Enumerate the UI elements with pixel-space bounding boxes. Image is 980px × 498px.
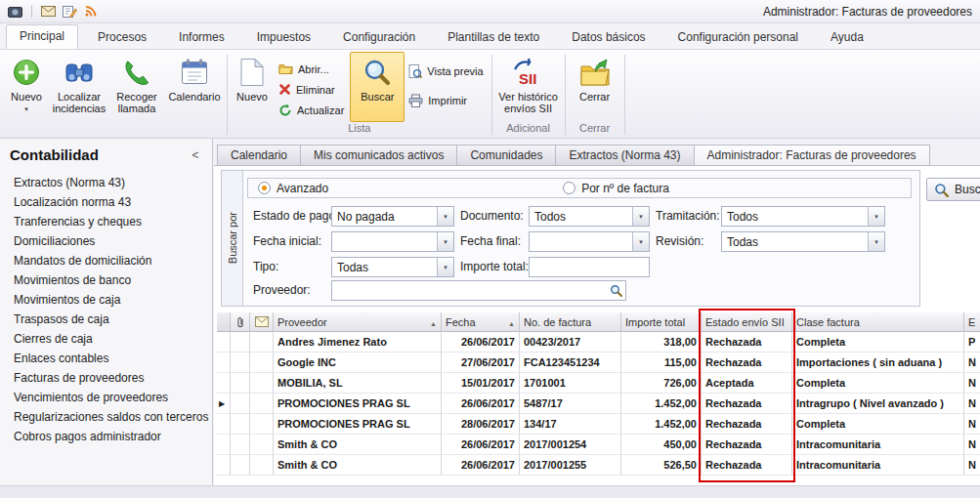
- sidebar-item-traspasos-caja[interactable]: Traspasos de caja: [0, 310, 212, 329]
- cell-no-factura[interactable]: 2017/001254: [520, 435, 621, 455]
- cell-fecha[interactable]: 26/06/2017: [442, 435, 520, 455]
- ribbon-tab-configuracion[interactable]: Configuración: [330, 26, 428, 49]
- eliminar-button[interactable]: Eliminar: [275, 80, 350, 99]
- column-header-no-factura[interactable]: No. de factura: [520, 312, 621, 332]
- sidebar-item-mandatos-domiciliacion[interactable]: Mandatos de domiciliación: [0, 251, 212, 270]
- cell-fecha[interactable]: 26/06/2017: [442, 455, 520, 476]
- sidebar-item-movimientos-banco[interactable]: Movimientos de banco: [0, 270, 212, 290]
- table-row[interactable]: Google INC 27/06/2017 FCA123451234 115,0…: [217, 353, 980, 373]
- buscar-button[interactable]: Buscar: [350, 52, 405, 122]
- column-header-clase-factura[interactable]: Clase factura: [792, 312, 964, 332]
- chevron-down-icon[interactable]: [868, 207, 884, 226]
- cell-estado-pago[interactable]: N: [964, 394, 980, 414]
- tramitacion-select[interactable]: Todos: [721, 206, 885, 227]
- cell-clase-factura[interactable]: Intracomunitaria: [792, 455, 964, 476]
- cell-importe-total[interactable]: 726,00: [621, 373, 702, 394]
- ribbon-tab-procesos[interactable]: Procesos: [85, 26, 159, 49]
- sidebar-item-localizacion-norma-43[interactable]: Localización norma 43: [0, 192, 212, 212]
- proveedor-input[interactable]: [331, 280, 626, 301]
- chevron-down-icon[interactable]: [437, 258, 453, 276]
- cell-no-factura[interactable]: 00423/2017: [520, 332, 621, 353]
- cell-importe-total[interactable]: 1.452,00: [621, 394, 702, 414]
- sidebar-item-movimientos-caja[interactable]: Movimientos de caja: [0, 290, 212, 310]
- column-header-fecha[interactable]: Fecha: [442, 312, 520, 332]
- nuevo-document-button[interactable]: Nuevo: [230, 52, 275, 122]
- nuevo-split-button[interactable]: Nuevo: [4, 52, 49, 122]
- cell-importe-total[interactable]: 450,00: [621, 435, 702, 455]
- cell-estado-pago[interactable]: N: [964, 414, 980, 435]
- table-row[interactable]: PROMOCIONES PRAG SL 28/06/2017 134/17 1.…: [217, 414, 980, 435]
- fecha-inicial-select[interactable]: [331, 231, 454, 252]
- notes-icon[interactable]: [63, 5, 77, 18]
- radio-avanzado[interactable]: Avanzado: [258, 182, 328, 195]
- column-header-importe-total[interactable]: Importe total: [621, 312, 702, 332]
- sidebar-item-cierres-caja[interactable]: Cierres de caja: [0, 329, 212, 349]
- radio-por-numero-factura[interactable]: Por nº de factura: [563, 182, 669, 195]
- cell-clase-factura[interactable]: Completa: [792, 373, 964, 394]
- cell-fecha[interactable]: 15/01/2017: [442, 373, 520, 394]
- sidebar-item-enlaces-contables[interactable]: Enlaces contables: [0, 349, 212, 368]
- ribbon-tab-configuracion-personal[interactable]: Configuración personal: [665, 26, 811, 49]
- cell-proveedor[interactable]: Andres Jimenez Rato: [274, 332, 442, 353]
- chevron-down-icon[interactable]: [868, 232, 884, 251]
- cell-estado-envio-sii[interactable]: Rechazada: [702, 455, 792, 476]
- sidebar-item-extractos-norma-43[interactable]: Extractos (Norma 43): [0, 173, 212, 192]
- cell-importe-total[interactable]: 1.452,00: [621, 414, 702, 435]
- feed-icon[interactable]: [84, 5, 98, 18]
- table-row[interactable]: Andres Jimenez Rato 26/06/2017 00423/201…: [217, 332, 980, 353]
- cell-importe-total[interactable]: 115,00: [621, 353, 702, 373]
- abrir-button[interactable]: Abrir...: [275, 60, 350, 78]
- cell-proveedor[interactable]: MOBILIA, SL: [274, 373, 442, 394]
- estado-pago-select[interactable]: No pagada: [331, 206, 454, 227]
- table-row[interactable]: Smith & CO 26/06/2017 2017/001255 526,50…: [217, 455, 980, 476]
- imprimir-button[interactable]: Imprimir: [405, 91, 489, 110]
- cell-clase-factura[interactable]: Completa: [792, 414, 964, 435]
- importe-total-field[interactable]: [530, 258, 691, 276]
- column-header-estado-envio-sii[interactable]: Estado envío SII: [702, 312, 792, 332]
- importe-total-input[interactable]: [529, 257, 650, 277]
- ribbon-tab-plantillas[interactable]: Plantillas de texto: [435, 26, 552, 49]
- cell-no-factura[interactable]: FCA123451234: [520, 353, 621, 373]
- sidebar-item-facturas-proveedores[interactable]: Facturas de proveedores: [0, 368, 212, 388]
- column-header-estado-pago[interactable]: E: [964, 312, 980, 332]
- doc-tab-comunidades[interactable]: Comunidades: [457, 145, 556, 166]
- collapse-sidebar-icon[interactable]: [189, 148, 202, 162]
- ribbon-tab-ayuda[interactable]: Ayuda: [818, 26, 876, 49]
- chevron-down-icon[interactable]: [632, 232, 649, 251]
- cerrar-button[interactable]: Cerrar: [568, 52, 622, 122]
- cell-estado-envio-sii[interactable]: Rechazada: [702, 332, 792, 353]
- doc-tab-comunicados-activos[interactable]: Mis comunicados activos: [301, 145, 457, 166]
- cell-no-factura[interactable]: 2017/001255: [520, 455, 621, 476]
- cell-estado-pago[interactable]: N: [964, 435, 980, 455]
- buscar-go-button[interactable]: Buscar: [926, 178, 980, 201]
- cell-fecha[interactable]: 27/06/2017: [442, 353, 520, 373]
- cell-fecha[interactable]: 26/06/2017: [442, 332, 520, 353]
- cell-estado-envio-sii[interactable]: Rechazada: [702, 394, 792, 414]
- tipo-select[interactable]: Todas: [331, 257, 454, 277]
- table-row[interactable]: Smith & CO 26/06/2017 2017/001254 450,00…: [217, 435, 980, 455]
- recoger-llamada-button[interactable]: Recoger llamada: [109, 52, 164, 122]
- localizar-incidencias-button[interactable]: Localizar incidencias: [49, 52, 109, 122]
- chevron-down-icon[interactable]: [437, 232, 453, 251]
- actualizar-button[interactable]: Actualizar: [275, 102, 350, 120]
- cell-proveedor[interactable]: PROMOCIONES PRAG SL: [274, 394, 442, 414]
- cell-importe-total[interactable]: 526,50: [621, 455, 702, 476]
- cell-clase-factura[interactable]: Importaciones ( sin aduana ): [792, 353, 964, 373]
- chevron-down-icon[interactable]: [437, 207, 453, 226]
- sidebar-item-cobros-pagos-administrador[interactable]: Cobros pagos administrador: [0, 427, 212, 446]
- fecha-final-select[interactable]: [529, 231, 650, 252]
- ribbon-tab-datos-basicos[interactable]: Datos básicos: [559, 26, 658, 49]
- cell-proveedor[interactable]: Smith & CO: [274, 435, 442, 455]
- sidebar-item-transferencias-cheques[interactable]: Tranferencias y cheques: [0, 212, 212, 231]
- capture-icon[interactable]: [8, 6, 22, 18]
- sidebar-item-domiciliaciones[interactable]: Domiciliaciones: [0, 231, 212, 251]
- ribbon-tab-impuestos[interactable]: Impuestos: [244, 26, 323, 49]
- cell-estado-pago[interactable]: N: [964, 353, 980, 373]
- mail-icon[interactable]: [41, 6, 56, 17]
- cell-clase-factura[interactable]: Intragrupo ( Nivel avanzado ): [792, 394, 964, 414]
- ribbon-tab-informes[interactable]: Informes: [166, 26, 237, 49]
- cell-clase-factura[interactable]: Completa: [792, 332, 964, 353]
- cell-no-factura[interactable]: 134/17: [520, 414, 621, 435]
- revision-select[interactable]: Todas: [721, 231, 885, 252]
- doc-tab-extractos-norma-43[interactable]: Extractos (Norma 43): [556, 145, 694, 166]
